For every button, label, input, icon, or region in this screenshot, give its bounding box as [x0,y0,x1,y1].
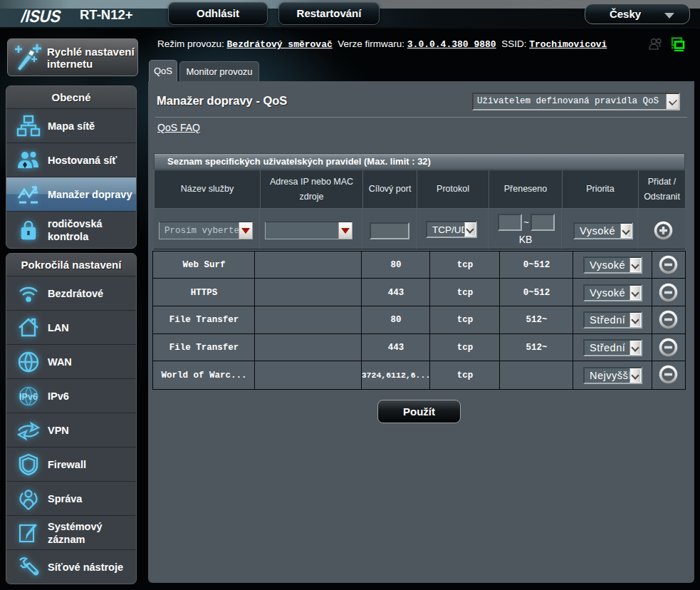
svg-text:IPv6: IPv6 [19,392,38,402]
